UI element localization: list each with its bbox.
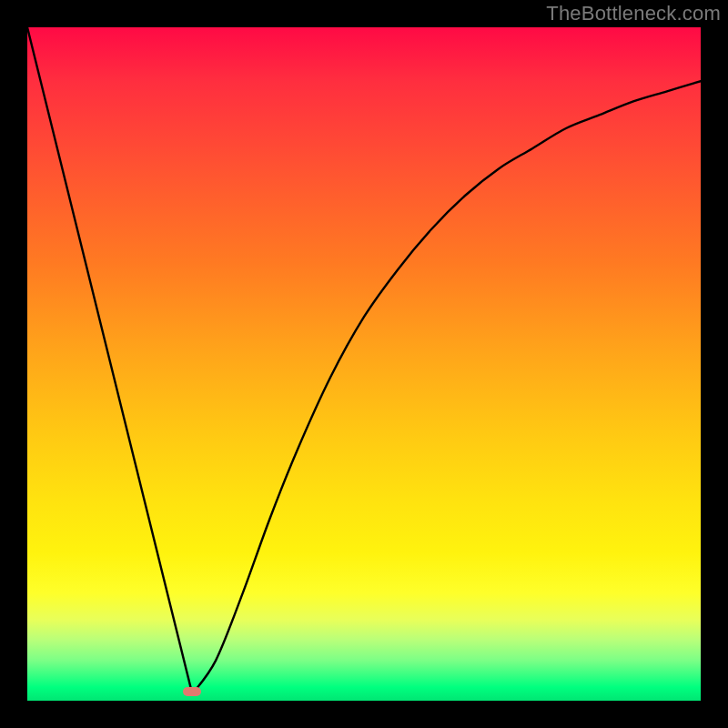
plot-area	[27, 27, 701, 701]
curve-path	[27, 27, 701, 694]
watermark-text: TheBottleneck.com	[546, 2, 721, 25]
bottleneck-curve	[27, 27, 701, 701]
min-marker	[183, 687, 201, 696]
chart-frame: TheBottleneck.com	[0, 0, 728, 728]
